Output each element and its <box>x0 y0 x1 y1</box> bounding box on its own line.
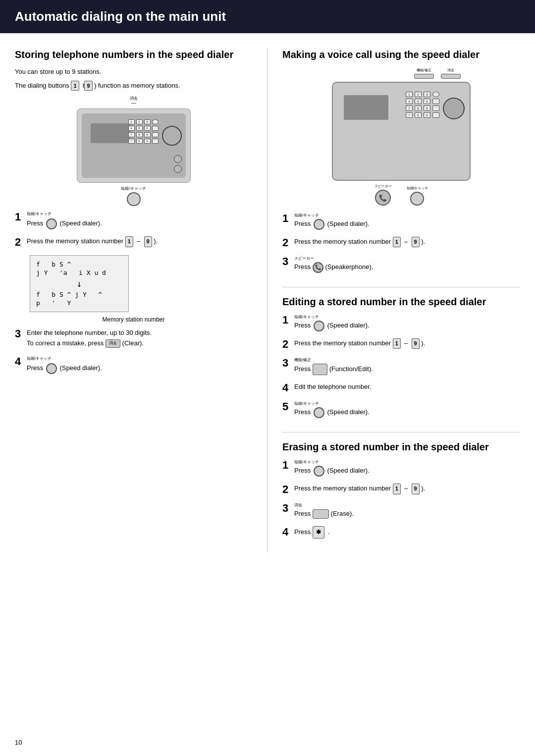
erase-step-1-number: 1 <box>282 459 292 471</box>
left-step-4-content: 短縮/キャッチ Press (Speed dialer). <box>27 356 252 374</box>
memory-display: f b S ^ j Y 'a i X u d ↓ f b S ^ j Y ^ p… <box>30 255 129 312</box>
r-key-5: 5 <box>415 99 422 104</box>
erase-step-3-number: 3 <box>282 502 292 514</box>
left-step-3-text: Enter the telephone number, up to 30 dig… <box>27 329 152 336</box>
right-device-screen <box>344 95 388 120</box>
page-number: 10 <box>15 739 22 746</box>
key-0: 0 <box>136 139 143 144</box>
voice-step-3-number: 3 <box>282 256 292 268</box>
r-key-star: * <box>406 112 413 118</box>
erase-step-1-suffix: (Speed dialer). <box>327 467 369 474</box>
left-step-1-suffix: (Speed dialer). <box>59 220 102 227</box>
key-space3 <box>152 139 159 144</box>
r-key-0: 0 <box>415 112 422 118</box>
erase-step-2-text: Press the memory station number <box>294 485 391 492</box>
left-step-2-num2: 9 <box>144 236 152 247</box>
voice-step-2-content: Press the memory station number 1 – 9 ). <box>294 237 520 248</box>
right-device-box: 1 2 3 4 5 6 7 8 9 * <box>332 82 471 181</box>
func-rect <box>414 74 434 79</box>
edit-step-4-number: 4 <box>282 382 292 394</box>
storing-section: Storing telephone numbers in the speed d… <box>15 48 252 374</box>
memory-row-4: p ' Y <box>36 299 122 307</box>
left-step-1-number: 1 <box>15 211 25 223</box>
header-title: Automatic dialing on the main unit <box>15 9 226 24</box>
edit-step-5-number: 5 <box>282 401 292 413</box>
speed-label-left: 短縮/キャッチ <box>77 186 191 191</box>
edit-step-3-suffix: (Function/Edit). <box>329 365 373 373</box>
edit-step-5-text: Press <box>294 409 311 416</box>
edit-step-4-content: Edit the telephone number. <box>294 382 520 392</box>
voice-step-3-content: スピーカー Press 📞 (Speakerphone). <box>294 256 520 273</box>
edit-step-3-number: 3 <box>282 357 292 369</box>
voice-call-section: Making a voice call using the speed dial… <box>282 48 520 273</box>
erase-step-1-content: 短縮/キャッチ Press (Speed dialer). <box>294 459 520 477</box>
left-step-2-text: Press the memory station number <box>27 237 123 245</box>
edit-step-3-text: Press <box>294 365 311 373</box>
edit-step-5: 5 短縮/キャッチ Press (Speed dialer). <box>282 401 520 418</box>
left-device-diagram: 消去 1 2 3 4 5 <box>15 96 252 206</box>
circle-btn-2 <box>174 165 182 173</box>
erase-btn-top: 消去 <box>441 68 461 79</box>
r-key-6: 6 <box>424 99 430 104</box>
erase-step-2-num2: 9 <box>412 484 420 494</box>
erase-step-4-content: Press ✱ . <box>294 526 520 539</box>
page-header: Automatic dialing on the main unit <box>0 0 535 33</box>
left-step-4-text: Press <box>27 364 43 372</box>
edit-step-2-number: 2 <box>282 338 292 350</box>
func-label-top: 機能/修正 <box>417 68 431 73</box>
erasing-title: Erasing a stored number in the speed dia… <box>282 440 520 453</box>
right-keypad: 1 2 3 4 5 6 7 8 9 * <box>406 92 440 118</box>
edit-step-3: 3 機能/修正 Press (Function/Edit). <box>282 357 520 375</box>
erase-step-4-number: 4 <box>282 526 292 538</box>
left-keypad: 1 2 3 4 5 6 7 8 9 <box>128 119 159 144</box>
key-7: 7 <box>128 132 135 137</box>
editing-section: Editing a stored number in the speed dia… <box>282 295 520 418</box>
erase-label-top-right: 消去 <box>447 68 454 73</box>
voice-step-3-text: Press <box>294 263 311 270</box>
key-circle-1 <box>152 119 159 124</box>
top-buttons-area: 機能/修正 消去 <box>414 68 461 79</box>
edit-step-1-content: 短縮/キャッチ Press (Speed dialer). <box>294 314 520 331</box>
voice-step-2-suffix: ). <box>421 238 425 245</box>
intro-text-1: You can store up to 9 stations. <box>15 67 252 77</box>
circle-btn-1 <box>174 155 182 163</box>
memory-label: Memory station number <box>15 316 252 323</box>
erase-step-4: 4 Press ✱ . <box>282 526 520 539</box>
right-column: Making a voice call using the speed dial… <box>268 48 520 552</box>
key-5: 5 <box>136 126 143 131</box>
key-9: 9 <box>144 132 151 137</box>
edit-step-5-label: 短縮/キャッチ <box>294 401 520 407</box>
edit-step-4: 4 Edit the telephone number. <box>282 382 520 394</box>
erase-step-2: 2 Press the memory station number 1 – 9 … <box>282 484 520 495</box>
r-key-7: 7 <box>406 106 413 111</box>
storing-title: Storing telephone numbers in the speed d… <box>15 48 252 61</box>
speed-btn-edit1 <box>314 321 324 331</box>
memory-row-2: j Y 'a i X u d <box>36 269 122 276</box>
edit-step-2-num1: 1 <box>393 338 401 349</box>
voice-step-2: 2 Press the memory station number 1 – 9 … <box>282 237 520 249</box>
r-key-hash: # <box>424 112 430 118</box>
left-step-2-content: Press the memory station number 1 – 9 ). <box>27 236 252 247</box>
left-step-2-suffix: ). <box>154 237 158 245</box>
r-key-1: 1 <box>406 92 413 97</box>
key-space <box>152 126 159 131</box>
speed-btn-step1 <box>46 218 57 229</box>
key-4: 4 <box>128 126 135 131</box>
speed-circle-right <box>410 192 424 206</box>
left-step-2: 2 Press the memory station number 1 – 9 … <box>15 236 252 248</box>
page-content: Storing telephone numbers in the speed d… <box>0 48 535 552</box>
key-1: 1 <box>128 119 135 124</box>
left-step-3-number: 3 <box>15 328 25 340</box>
memory-row-1: f b S ^ <box>36 261 122 268</box>
voice-step-2-num2: 9 <box>412 237 420 248</box>
edit-step-2-suffix: ). <box>421 339 425 347</box>
side-circles-left <box>174 155 182 173</box>
edit-step-1-number: 1 <box>282 314 292 326</box>
left-step-3-suffix: (Clear). <box>122 339 144 347</box>
left-step-1-label: 短縮/キャッチ <box>27 211 252 217</box>
voice-step-3-suffix: (Speakerphone). <box>325 263 373 270</box>
left-column: Storing telephone numbers in the speed d… <box>15 48 268 552</box>
speaker-circle-btn: 📞 <box>375 190 391 206</box>
erase-step-3: 3 消去 Press (Erase). <box>282 502 520 519</box>
edit-step-3-label: 機能/修正 <box>294 357 520 364</box>
